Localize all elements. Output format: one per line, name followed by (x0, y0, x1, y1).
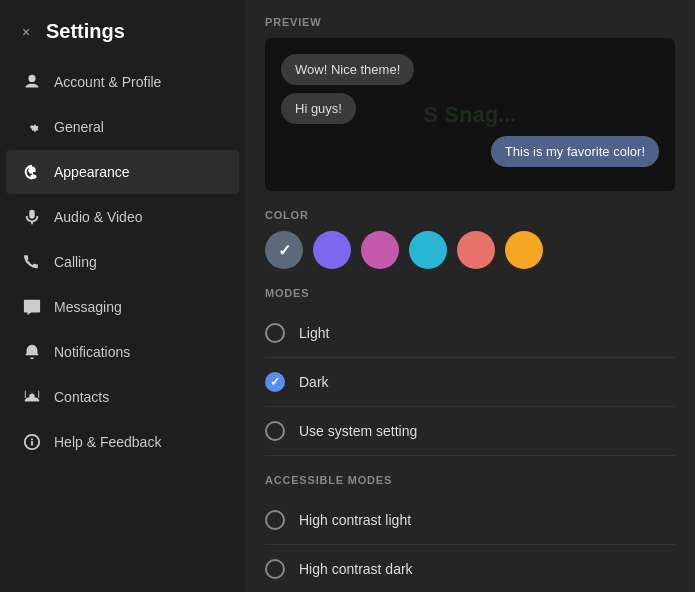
sidebar-item-contacts[interactable]: Contacts (6, 375, 239, 419)
color-swatch-color-coral[interactable] (457, 231, 495, 269)
modes-section: MODES Light Dark Use system setting (265, 287, 675, 456)
svg-point-2 (34, 170, 36, 172)
preview-box: S Snag... Wow! Nice theme!Hi guys!This i… (265, 38, 675, 191)
sidebar-item-label: Contacts (54, 389, 109, 405)
person-icon (22, 72, 42, 92)
color-swatch-color-purple[interactable] (313, 231, 351, 269)
sidebar-item-label: General (54, 119, 104, 135)
mode-option-dark[interactable]: Dark (265, 358, 675, 407)
sidebar-item-label: Messaging (54, 299, 122, 315)
sidebar-item-general[interactable]: General (6, 105, 239, 149)
accessible-option-hc-light[interactable]: High contrast light (265, 496, 675, 545)
svg-point-0 (28, 170, 30, 172)
radio-light (265, 323, 285, 343)
sidebar-item-label: Notifications (54, 344, 130, 360)
accessible-modes-section: ACCESSIBLE MODES High contrast light Hig… (265, 474, 675, 592)
palette-icon (22, 162, 42, 182)
sidebar-item-messaging[interactable]: Messaging (6, 285, 239, 329)
mode-label-dark: Dark (299, 374, 329, 390)
sidebar-item-label: Appearance (54, 164, 130, 180)
sidebar: × Settings Account & Profile General App… (0, 0, 245, 592)
mode-option-light[interactable]: Light (265, 309, 675, 358)
radio-hc-dark (265, 559, 285, 579)
color-swatch-color-magenta[interactable] (361, 231, 399, 269)
sidebar-item-calling[interactable]: Calling (6, 240, 239, 284)
sidebar-item-audio-video[interactable]: Audio & Video (6, 195, 239, 239)
mic-icon (22, 207, 42, 227)
svg-point-1 (31, 168, 33, 170)
svg-rect-4 (31, 441, 33, 446)
sidebar-item-label: Calling (54, 254, 97, 270)
sidebar-item-appearance[interactable]: Appearance (6, 150, 239, 194)
sidebar-nav: Account & Profile General Appearance Aud… (0, 59, 245, 465)
mode-label-system: Use system setting (299, 423, 417, 439)
color-swatch-color-cyan[interactable] (409, 231, 447, 269)
accessible-option-hc-dark[interactable]: High contrast dark (265, 545, 675, 592)
color-swatches (265, 231, 675, 269)
settings-title: Settings (46, 20, 125, 43)
color-label: COLOR (265, 209, 675, 221)
close-button[interactable]: × (16, 22, 36, 42)
accessible-label-hc-dark: High contrast dark (299, 561, 413, 577)
main-content: PREVIEW S Snag... Wow! Nice theme!Hi guy… (245, 0, 695, 592)
accessible-label-hc-light: High contrast light (299, 512, 411, 528)
color-section: COLOR (265, 209, 675, 269)
radio-hc-light (265, 510, 285, 530)
mode-label-light: Light (299, 325, 329, 341)
mode-option-system[interactable]: Use system setting (265, 407, 675, 456)
preview-label: PREVIEW (265, 16, 675, 28)
radio-system (265, 421, 285, 441)
sidebar-item-label: Account & Profile (54, 74, 161, 90)
chat-bubble-bubble1: Wow! Nice theme! (281, 54, 659, 93)
sidebar-item-label: Help & Feedback (54, 434, 161, 450)
contacts-icon (22, 387, 42, 407)
phone-icon (22, 252, 42, 272)
chat-bubble-bubble2: Hi guys! (281, 93, 659, 132)
radio-dark (265, 372, 285, 392)
message-icon (22, 297, 42, 317)
chat-bubble-bubble3: This is my favorite color! (281, 136, 659, 175)
sidebar-item-label: Audio & Video (54, 209, 142, 225)
color-swatch-color-orange[interactable] (505, 231, 543, 269)
accessible-modes-label: ACCESSIBLE MODES (265, 474, 675, 486)
svg-rect-5 (31, 438, 33, 440)
color-swatch-color-blue-gray[interactable] (265, 231, 303, 269)
sidebar-header: × Settings (0, 12, 245, 59)
sidebar-item-account[interactable]: Account & Profile (6, 60, 239, 104)
info-icon (22, 432, 42, 452)
bell-icon (22, 342, 42, 362)
gear-icon (22, 117, 42, 137)
sidebar-item-help[interactable]: Help & Feedback (6, 420, 239, 464)
modes-label: MODES (265, 287, 675, 299)
sidebar-item-notifications[interactable]: Notifications (6, 330, 239, 374)
